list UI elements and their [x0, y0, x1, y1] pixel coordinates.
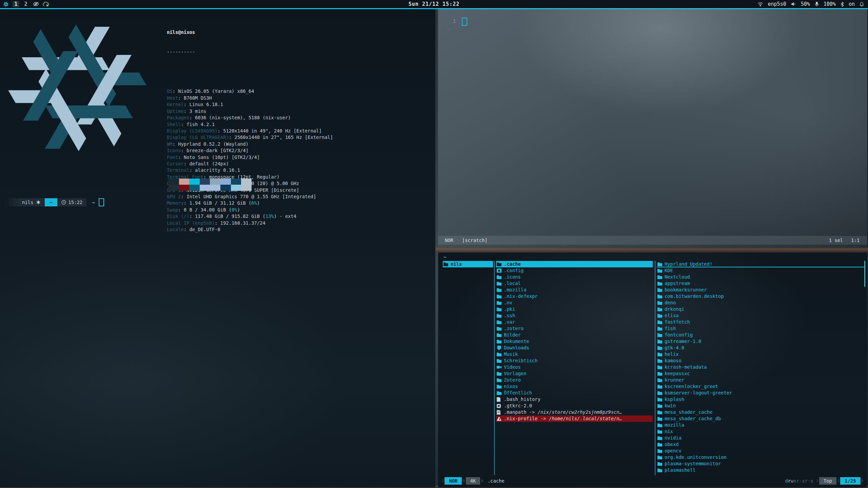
preview-entry[interactable]: plasmashell — [657, 467, 864, 473]
fetch-line: OS: NixOS 26.05 (Yarara) x86_64 — [167, 88, 333, 95]
fetch-line: GPU 2: Intel UHD Graphics 770 @ 1.55 GHz… — [167, 194, 333, 200]
file-entry[interactable]: .nv — [496, 300, 653, 306]
yazi-file-manager-window[interactable]: ~ nils .cache .config .icons .local .moz… — [438, 252, 867, 487]
preview-entry[interactable]: KDE — [657, 267, 864, 274]
entry-icon — [497, 416, 501, 421]
fetch-line: WM: Hyprland 0.52.2 (Wayland) — [167, 141, 333, 147]
preview-entry[interactable]: bookmarksrunner — [657, 287, 864, 293]
preview-entry[interactable]: krunner — [657, 377, 864, 383]
entry-icon — [497, 404, 501, 408]
preview-entry[interactable]: mesa_shader_cache_db — [657, 415, 864, 422]
file-entry[interactable]: Videos — [496, 364, 653, 370]
nixos-snowflake-logo — [3, 14, 151, 162]
preview-entry[interactable]: kscreenlocker_greet — [657, 383, 864, 390]
preview-entry[interactable]: org.kde.unitconversion — [657, 454, 864, 461]
preview-entry[interactable]: opencv — [657, 448, 864, 454]
palette-swatch — [210, 185, 220, 191]
folder-icon — [657, 436, 662, 441]
file-entry[interactable]: .local — [496, 280, 653, 287]
palette-row-2 — [169, 185, 252, 191]
preview-entry[interactable]: kwin — [657, 403, 864, 409]
fetch-lines: OS: NixOS 26.05 (Yarara) x86_64Host: B76… — [167, 68, 333, 233]
file-entry[interactable]: Vorlagen — [496, 370, 653, 377]
folder-icon — [657, 352, 662, 357]
preview-entry[interactable]: mesa_shader_cache — [657, 409, 864, 415]
fetch-separator: ---------- — [167, 49, 333, 55]
entry-icon — [497, 339, 501, 344]
helix-editor-window[interactable]: 1 ~ NOR [scratch] 1 sel 1:1 — [438, 9, 867, 247]
preview-entry[interactable]: helix — [657, 351, 864, 358]
preview-entry[interactable]: com.bitwarden.desktop — [657, 293, 864, 300]
preview-entry[interactable]: elisa — [657, 312, 864, 319]
file-entry[interactable]: Downloads — [496, 345, 653, 351]
preview-entry[interactable]: nvidia — [657, 435, 864, 441]
yazi-status-right: drwxr-xr-x 2 Top 2 1/25 0 — [785, 477, 864, 485]
file-entry[interactable]: .nix-defexpr — [496, 293, 653, 300]
file-entry[interactable]: .manpath -> /nix/store/cw2rhy2sjnm8pz9sc… — [496, 409, 653, 415]
file-entry[interactable]: .var — [496, 319, 653, 325]
file-entry[interactable]: .config — [496, 267, 653, 274]
preview-entry[interactable]: fish — [657, 325, 864, 332]
file-entry[interactable]: Zotero — [496, 377, 653, 383]
folder-icon — [657, 275, 662, 280]
preview-scrollbar[interactable] — [864, 261, 865, 287]
file-entry[interactable]: .nix-profile -> /home/nils/.local/state/… — [496, 415, 653, 422]
folder-icon — [657, 397, 662, 402]
preview-entry[interactable]: ksplash — [657, 396, 864, 403]
file-entry[interactable]: .mozilla — [496, 287, 653, 293]
preview-entry[interactable]: Hyprland Updated! — [657, 261, 864, 267]
preview-entry[interactable]: fastfetch — [657, 319, 864, 325]
preview-entry[interactable]: keepassxc — [657, 370, 864, 377]
scroll-position-badge: Top — [819, 477, 836, 485]
folder-icon — [657, 313, 662, 318]
folder-icon — [657, 462, 662, 466]
preview-entry[interactable]: drkonqi — [657, 306, 864, 312]
file-entry[interactable]: nixos — [496, 383, 653, 390]
palette-swatch — [169, 185, 179, 191]
preview-entry[interactable]: obexd — [657, 441, 864, 448]
entry-icon — [497, 326, 501, 331]
clock-module[interactable]: Sun 21/12 15:22 — [0, 1, 868, 7]
preview-entry[interactable]: plasma-systemmonitor — [657, 461, 864, 467]
file-entry[interactable]: .bash_history — [496, 396, 653, 403]
parent-entry[interactable]: nils — [443, 261, 493, 267]
file-entry[interactable]: .cache — [496, 261, 653, 267]
file-entry[interactable]: .zotero — [496, 325, 653, 332]
preview-entry[interactable]: nix — [657, 428, 864, 435]
file-entry[interactable]: .ssh — [496, 312, 653, 319]
preview-entry[interactable]: ksmserver-logout-greeter — [657, 390, 864, 396]
entry-icon — [497, 288, 501, 292]
terminal-cursor — [99, 198, 104, 206]
entry-icon — [497, 281, 501, 286]
file-entry[interactable]: .gtkrc-2.0 — [496, 403, 653, 409]
preview-entry[interactable]: kcrash-metadata — [657, 364, 864, 370]
current-column: .cache .config .icons .local .mozilla .n… — [496, 261, 653, 422]
terminal-window-fastfetch[interactable]: nils@nixos ---------- OS: NixOS 26.05 (Y… — [0, 9, 435, 487]
file-entry[interactable]: Musik — [496, 351, 653, 358]
preview-entry[interactable]: Nextcloud — [657, 274, 864, 280]
preview-entry[interactable]: appstream — [657, 280, 864, 287]
folder-icon — [657, 455, 662, 460]
preview-entry[interactable]: fontconfig — [657, 332, 864, 338]
prompt-user-segment: nils — [18, 198, 45, 206]
preview-entry[interactable]: gstreamer-1.0 — [657, 338, 864, 345]
preview-entry[interactable]: deno — [657, 300, 864, 306]
folder-icon — [657, 346, 662, 350]
file-entry[interactable]: .icons — [496, 274, 653, 280]
preview-entry[interactable]: gtk-4.0 — [657, 345, 864, 351]
current-path: ~ — [443, 255, 446, 260]
palette-swatch — [189, 185, 200, 191]
file-entry[interactable]: Bilder — [496, 332, 653, 338]
file-entry[interactable]: Dokumente — [496, 338, 653, 345]
preview-entry[interactable]: kamoso — [657, 358, 864, 364]
prompt-fade-segment — [5, 198, 9, 206]
file-entry[interactable]: Schreibtisch — [496, 358, 653, 364]
palette-swatch — [200, 179, 210, 185]
palette-swatch — [231, 179, 241, 185]
preview-entry[interactable]: mozilla — [657, 422, 864, 428]
yazi-mode-badge: NOR — [445, 477, 462, 485]
folder-icon — [657, 410, 662, 415]
file-entry[interactable]: .pki — [496, 306, 653, 312]
file-entry[interactable]: Öffentlich — [496, 390, 653, 396]
folder-icon — [657, 359, 662, 363]
